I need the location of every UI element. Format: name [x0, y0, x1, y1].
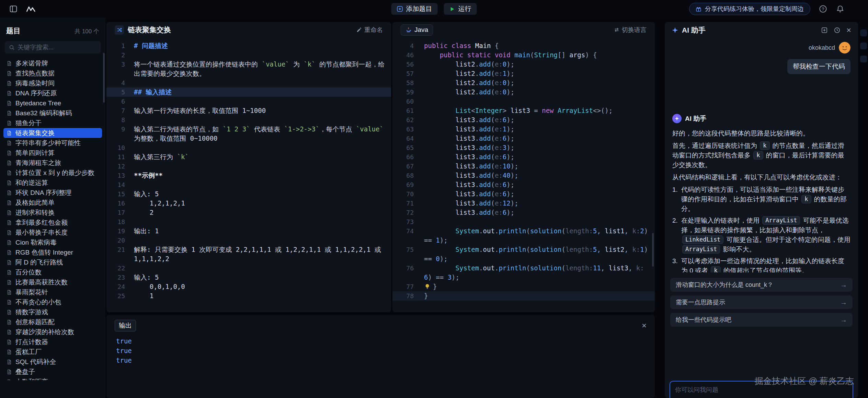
code-line[interactable]: 11输入第三行为 `k` — [106, 152, 391, 162]
code-line[interactable]: 12 — [106, 162, 391, 171]
code-line[interactable]: 58 list2.add(e:0); — [392, 78, 655, 87]
code-line[interactable]: 59 list2.add(e:0); — [392, 87, 655, 97]
code-line[interactable]: 3将一个链表通过交换位置的操作使链表中的 `value` 为 `k` 的节点都聚… — [106, 60, 391, 78]
sidebar-item[interactable]: 青海湖租车之旅 — [3, 158, 102, 168]
code-line[interactable]: 76 System.out.println(solution(length:11… — [392, 264, 655, 282]
code-line[interactable]: 13**示例** — [106, 171, 391, 180]
code-line[interactable]: 10 — [106, 143, 391, 152]
code-line[interactable]: 70 list3.add(e:6); — [392, 189, 655, 199]
code-line[interactable]: 65 list3.add(e:3); — [392, 143, 655, 152]
code-line[interactable]: 4 — [106, 78, 391, 87]
lightbulb-icon[interactable] — [424, 283, 431, 290]
sidebar-item[interactable]: 不再贪心的小包 — [3, 297, 102, 307]
help-icon[interactable]: ? — [819, 4, 827, 13]
sidebar-item[interactable]: Base32 编码和解码 — [3, 108, 102, 118]
suggested-question[interactable]: 滑动窗口的大小为什么是 count_k？ — [670, 278, 853, 292]
ai-conversation[interactable]: okokabcd 帮我检查一下代码 AI 助手 好的，您的这段代码整体的思路是比… — [672, 40, 850, 272]
code-line[interactable]: 74 System.out.println(solution(length:5,… — [392, 226, 655, 245]
sidebar-toggle-icon[interactable] — [8, 4, 19, 14]
code-line[interactable]: 18 — [106, 217, 391, 226]
sidebar-item[interactable]: 计算位置 x 到 y 的最少步数 — [3, 168, 102, 178]
code-line[interactable]: 60 — [392, 97, 655, 106]
sidebar-item[interactable]: 大数和距离 — [3, 377, 102, 380]
sidebar-item[interactable]: 创意标题匹配 — [3, 317, 102, 327]
edge-widget-icon[interactable] — [860, 43, 867, 49]
code-line[interactable]: 25 1 — [106, 291, 391, 301]
sidebar-item[interactable]: 环状 DNA 序列整理 — [3, 188, 102, 198]
sidebar-item[interactable]: 最小替换子串长度 — [3, 227, 102, 237]
code-line[interactable]: 63 list3.add(e:1); — [392, 125, 655, 134]
sidebar-item[interactable]: 链表聚集交换 — [3, 128, 102, 138]
sidebar-item[interactable]: 猫鱼分干 — [3, 118, 102, 128]
sidebar-item[interactable]: 多米诺骨牌 — [3, 58, 102, 68]
sidebar-item[interactable]: DNA 序列还原 — [3, 88, 102, 98]
code-line[interactable]: 14 — [106, 180, 391, 189]
suggested-question[interactable]: 需要一点思路提示 — [670, 295, 853, 309]
sidebar-item[interactable]: Cion 勒索病毒 — [3, 237, 102, 247]
sidebar-item[interactable]: 查找热点数据 — [3, 68, 102, 78]
code-line[interactable]: 57 list2.add(e:1); — [392, 69, 655, 78]
suggested-question[interactable]: 给我一些代码提示吧 — [670, 313, 853, 327]
sidebar-item[interactable]: 猜数字游戏 — [3, 307, 102, 317]
code-line[interactable]: 64 list3.add(e:6); — [392, 134, 655, 143]
editor-scrollbar[interactable] — [652, 233, 654, 267]
sidebar-item[interactable]: 穿越沙漠的补给次数 — [3, 327, 102, 337]
code-line[interactable]: 8 — [106, 115, 391, 125]
code-line[interactable]: 61 List<Integer> list3 = new ArrayList<>… — [392, 106, 655, 115]
bell-icon[interactable] — [836, 4, 845, 13]
sidebar-item[interactable]: RGB 色值转 Integer — [3, 247, 102, 257]
java-code-editor[interactable]: 4public class Main {46 public static voi… — [392, 38, 655, 301]
promo-banner[interactable]: 分享代码练习体验，领限量定制周边 — [689, 3, 810, 15]
code-line[interactable]: 71 list3.add(e:12); — [392, 199, 655, 208]
code-line[interactable]: 2 — [106, 50, 391, 60]
sidebar-item[interactable]: 字符串有多少种可能性 — [3, 138, 102, 148]
code-line[interactable]: 77} — [392, 282, 655, 291]
sidebar-item[interactable]: 叠盘子 — [3, 367, 102, 377]
code-line[interactable]: 19输出: 1 — [106, 226, 391, 236]
sidebar-item[interactable]: 进制求和转换 — [3, 208, 102, 218]
rename-button[interactable]: 重命名 — [356, 26, 383, 34]
code-line[interactable]: 4public class Main { — [392, 41, 655, 50]
add-problem-button[interactable]: 添加题目 — [391, 3, 438, 15]
code-line[interactable]: 24 0,0,1,0,0 — [106, 282, 391, 291]
language-tab-java[interactable]: Java — [401, 24, 433, 36]
edge-widget-icon[interactable] — [860, 30, 867, 36]
run-button[interactable]: 运行 — [444, 3, 477, 15]
code-line[interactable]: 69 list3.add(e:6); — [392, 180, 655, 189]
code-line[interactable]: 46 public static void main(String[] args… — [392, 50, 655, 60]
code-line[interactable]: 66 list3.add(e:6); — [392, 152, 655, 162]
code-line[interactable]: 5## 输入描述 — [106, 87, 391, 97]
code-line[interactable]: 6 — [106, 97, 391, 106]
ai-question-input[interactable] — [675, 386, 848, 398]
sidebar-item[interactable]: 拿到最多红包金额 — [3, 218, 102, 227]
code-line[interactable]: 17 2 — [106, 208, 391, 217]
code-line[interactable]: 16 1,2,1,2,1 — [106, 199, 391, 208]
history-icon[interactable] — [834, 27, 841, 34]
sidebar-item[interactable]: 打点计数器 — [3, 337, 102, 347]
code-line[interactable]: 1# 问题描述 — [106, 41, 391, 50]
code-line[interactable]: 73 — [392, 217, 655, 226]
sidebar-item[interactable]: 阿 D 的飞行路线 — [3, 257, 102, 267]
sidebar-item[interactable]: 蛋糕工厂 — [3, 347, 102, 357]
sidebar-item[interactable]: 百分位数 — [3, 267, 102, 277]
problem-description-editor[interactable]: 1# 问题描述23将一个链表通过交换位置的操作使链表中的 `value` 为 `… — [106, 38, 391, 301]
sidebar-item[interactable]: 病毒感染时间 — [3, 78, 102, 88]
code-line[interactable]: 22 — [106, 264, 391, 273]
edge-widget-icon[interactable] — [860, 56, 867, 62]
code-line[interactable]: 72 list3.add(e:6); — [392, 208, 655, 217]
sidebar-item[interactable]: 简单四则计算 — [3, 148, 102, 158]
search-input[interactable] — [18, 44, 96, 51]
code-line[interactable]: 67 list3.add(e:10); — [392, 162, 655, 171]
sidebar-item[interactable]: Bytedance Tree — [3, 98, 102, 108]
code-line[interactable]: 9输入第二行为链表的节点，如 `1 2 3` 代表链表 `1->2->3`，每个… — [106, 125, 391, 143]
switch-language-button[interactable]: 切换语言 — [614, 26, 647, 34]
code-line[interactable]: 20 — [106, 236, 391, 245]
close-ai-panel-icon[interactable] — [846, 26, 851, 34]
sidebar-item[interactable]: 及格如此简单 — [3, 198, 102, 208]
search-box[interactable] — [5, 41, 101, 54]
code-line[interactable]: 75 System.out.println(solution(length:5,… — [392, 245, 655, 264]
code-line[interactable]: 56 list2.add(e:0); — [392, 60, 655, 69]
sidebar-item[interactable]: 比赛最高获胜次数 — [3, 277, 102, 287]
code-line[interactable]: 7输入第一行为链表的长度，取值范围 1~1000 — [106, 106, 391, 115]
code-line[interactable]: 78} — [392, 291, 655, 301]
